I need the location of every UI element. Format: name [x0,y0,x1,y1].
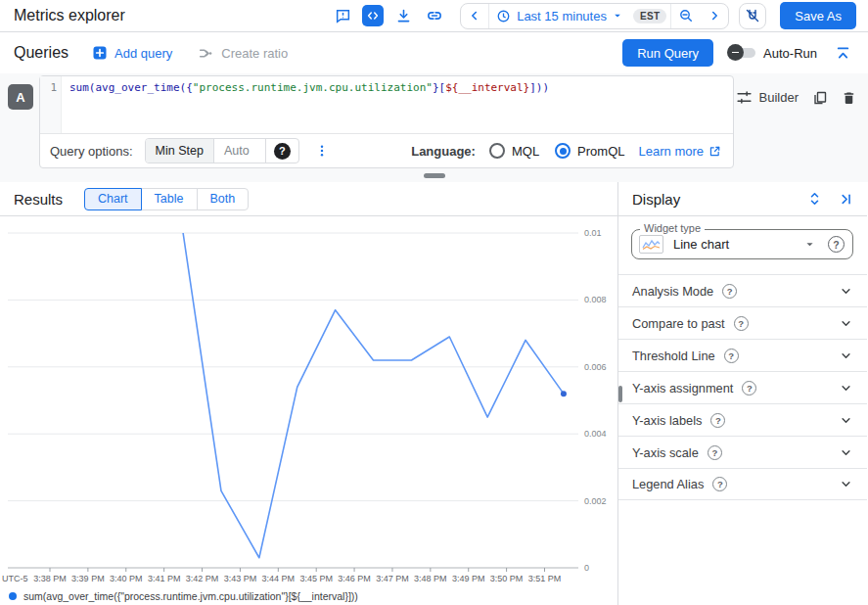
language-radio-promql[interactable]: PromQL [555,143,624,159]
display-title: Display [632,191,680,208]
section-threshold-line[interactable]: Threshold Line? [618,339,867,371]
panel-scrollbar-thumb[interactable] [618,386,622,402]
help-outline-icon[interactable]: ? [712,477,727,491]
svg-text:3:46 PM: 3:46 PM [338,574,371,583]
chevron-down-icon [840,382,852,395]
queries-bar-actions: Run Query Auto-Run [622,39,854,67]
min-step-input[interactable]: Auto [214,139,265,163]
collapse-right-icon [839,192,853,207]
dropdown-caret-icon [804,239,815,250]
section-compare-to-past[interactable]: Compare to past? [618,306,867,339]
legend-series-dot [9,592,17,600]
time-range-dropdown[interactable]: Last 15 minutes [489,4,629,28]
query-options-menu-button[interactable] [315,143,329,159]
section-y-axis-labels[interactable]: Y-axis labels? [618,403,867,436]
radio-selected-icon [555,143,571,159]
code-token: ${__interval} [445,81,529,94]
widget-type-help-icon[interactable]: ? [828,236,845,253]
tune-icon [736,89,753,106]
svg-text:UTC-5: UTC-5 [2,574,28,583]
duplicate-query-button[interactable] [812,90,828,106]
svg-text:3:44 PM: 3:44 PM [262,574,296,583]
tab-chart[interactable]: Chart [84,188,142,210]
timezone-badge[interactable]: EST [633,9,666,23]
code-token: }[ [433,81,445,94]
time-range-label: Last 15 minutes [517,9,607,23]
section-legend-alias[interactable]: Legend Alias? [618,468,867,500]
magnet-off-button[interactable] [739,3,766,29]
tab-table[interactable]: Table [141,188,198,210]
clock-icon [496,9,511,23]
add-query-button[interactable]: Add query [92,45,172,61]
drag-handle[interactable] [424,173,445,178]
builder-button[interactable]: Builder [736,89,799,106]
svg-text:3:42 PM: 3:42 PM [186,574,219,583]
results-title: Results [14,191,63,208]
chevron-down-icon [840,317,852,330]
chart-column: Results ChartTableBoth 00.0020.0040.0060… [0,182,618,605]
help-outline-icon[interactable]: ? [742,381,756,396]
code-view-button[interactable] [362,5,384,26]
download-button[interactable] [391,4,415,27]
widget-type-value: Line chart [673,237,729,252]
svg-text:3:38 PM: 3:38 PM [33,574,67,583]
language-radio-group: MQLPromQL [489,143,625,159]
min-step-help[interactable]: ? [265,139,298,163]
time-back-button[interactable] [461,4,489,28]
svg-text:3:40 PM: 3:40 PM [110,574,143,583]
chevron-down-icon [840,285,852,298]
help-outline-icon[interactable]: ? [710,413,725,428]
help-filled-icon: ? [274,143,291,160]
zoom-out-time-button[interactable] [670,4,701,28]
queries-bar: Queries Add query Create ratio Run Query… [0,32,868,73]
code-token: "process.runtime.jvm.cpu.utilization" [193,81,433,94]
tab-both[interactable]: Both [197,188,250,210]
svg-text:3:49 PM: 3:49 PM [452,574,485,583]
results-chart[interactable]: 00.0020.0040.0060.0080.01UTC-53:38 PM3:3… [0,218,617,584]
help-outline-icon[interactable]: ? [722,284,737,299]
language-selector: Language: MQLPromQL Learn more [411,143,721,159]
collapse-panel-button[interactable] [839,192,853,207]
svg-text:0.01: 0.01 [584,228,602,238]
save-as-button[interactable]: Save As [780,2,856,29]
expand-sections-button[interactable] [807,191,822,207]
auto-run-toggle[interactable] [727,47,756,59]
radio-unselected-icon [489,143,505,159]
builder-label: Builder [759,90,799,105]
chevron-down-icon [840,478,852,490]
promql-code-input[interactable]: sum(avg_over_time({"process.runtime.jvm.… [62,76,733,133]
create-ratio-button[interactable]: Create ratio [198,45,288,62]
chevron-down-icon [840,446,852,459]
chevron-right-icon [708,9,721,23]
external-link-icon [708,145,721,158]
display-panel: Display Widget type Line chart [618,182,867,605]
collapse-all-button[interactable] [831,41,854,65]
learn-more-link[interactable]: Learn more [639,144,721,159]
section-label: Compare to past [632,316,725,331]
magnet-off-icon [745,8,760,23]
get-link-button[interactable] [423,4,446,27]
widget-type-select[interactable]: Widget type Line chart ? [631,229,853,259]
help-outline-icon[interactable]: ? [734,316,749,331]
section-label: Threshold Line [632,349,715,363]
chevron-down-icon [840,414,852,427]
chart-body: 00.0020.0040.0060.0080.01UTC-53:38 PM3:3… [0,216,617,605]
language-radio-mql[interactable]: MQL [489,143,539,159]
feedback-button[interactable] [331,4,354,27]
delete-query-button[interactable] [842,90,856,106]
create-ratio-label: Create ratio [221,46,288,61]
help-outline-icon[interactable]: ? [708,445,722,460]
help-outline-icon[interactable]: ? [724,349,739,363]
legend-series-label[interactable]: sum(avg_over_time({"process.runtime.jvm.… [23,590,358,602]
chart-legend: sum(avg_over_time({"process.runtime.jvm.… [0,590,617,602]
language-radio-label: MQL [512,144,539,159]
section-analysis-mode[interactable]: Analysis Mode? [618,274,867,306]
run-query-button[interactable]: Run Query [622,39,713,67]
query-options-label: Query options: [50,144,133,159]
time-range-picker: Last 15 minutes EST [460,3,729,29]
section-y-axis-scale[interactable]: Y-axis scale? [618,436,867,468]
section-y-axis-assignment[interactable]: Y-axis assignment? [618,371,867,403]
section-label: Y-axis labels [632,413,702,428]
time-forward-button[interactable] [701,4,728,28]
auto-run-label: Auto-Run [763,46,817,61]
